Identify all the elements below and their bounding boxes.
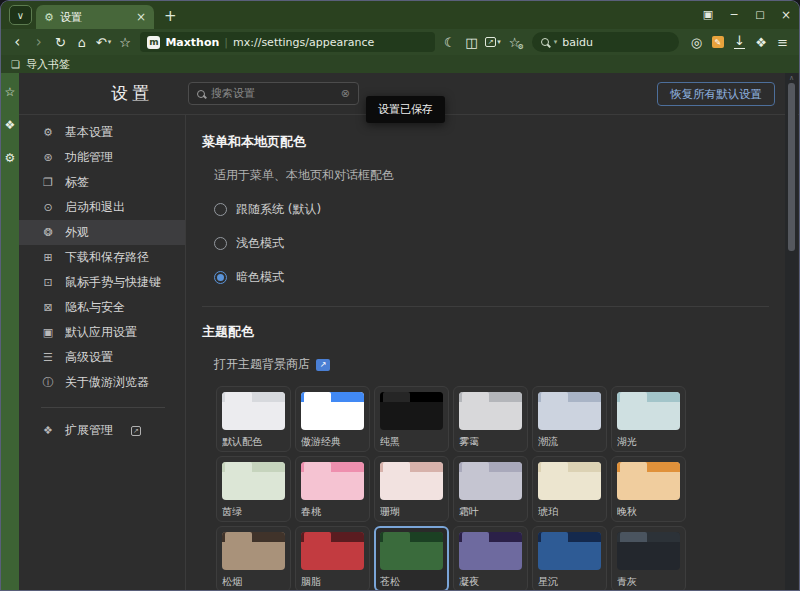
workspace-icon[interactable]: ▣ <box>695 1 721 29</box>
external-link-icon: ↗ <box>131 426 141 436</box>
bookmark-star-button[interactable]: ☆ <box>115 32 136 52</box>
radio-unselected[interactable] <box>214 203 227 216</box>
menu-icon[interactable]: ≡ <box>772 32 793 52</box>
theme-name: 凝夜 <box>459 575 522 589</box>
theme-name: 晚秋 <box>617 505 680 519</box>
theme-card-coral[interactable]: 珊瑚 <box>374 456 449 522</box>
sidebar-item-privacy[interactable]: ⊠隐私与安全 <box>19 295 185 320</box>
info-icon: ⓘ <box>41 375 55 390</box>
address-bar[interactable]: m Maxthon | mx://settings/appearance <box>140 32 434 52</box>
theme-card-trend[interactable]: 潮流 <box>532 386 607 452</box>
favorites-sidebar-icon[interactable]: ☆ <box>5 85 16 99</box>
sidebar-item-startup[interactable]: ⊙启动和退出 <box>19 195 185 220</box>
color-mode-option-1[interactable]: 浅色模式 <box>214 235 799 252</box>
sidebar-item-advanced[interactable]: ☰高级设置 <box>19 345 185 370</box>
import-bookmarks-button[interactable]: 导入书签 <box>26 57 70 72</box>
theme-card-pure-black[interactable]: 纯黑 <box>374 386 449 452</box>
search-icon <box>541 38 549 46</box>
theme-preview <box>459 532 522 570</box>
sidebar-item-tabs[interactable]: ❐标签 <box>19 170 185 195</box>
theme-preview-tab <box>225 462 252 472</box>
scroll-up-arrow[interactable]: ∧ <box>785 74 798 82</box>
theme-preview <box>301 392 364 430</box>
reader-mode-icon[interactable]: ☾ <box>440 32 461 52</box>
clear-search-icon[interactable]: ⊗ <box>341 87 350 100</box>
features-icon: ⊛ <box>41 151 55 164</box>
puzzle-icon: ❖ <box>41 424 55 437</box>
favorites-manager-icon[interactable]: ☆⚙ <box>504 32 525 52</box>
download-icon[interactable]: ↓ <box>729 32 750 52</box>
sidebar-item-features[interactable]: ⊛功能管理 <box>19 145 185 170</box>
settings-search-input[interactable] <box>211 87 335 100</box>
sidebar-item-extensions[interactable]: ❖ 扩展管理 ↗ <box>19 418 185 443</box>
theme-card-grass-green[interactable]: 茵绿 <box>216 456 291 522</box>
split-screen-icon[interactable]: ◫ <box>461 32 482 52</box>
settings-search-box[interactable]: ⊗ <box>188 82 359 105</box>
restore-defaults-button[interactable]: 恢复所有默认设置 <box>657 82 775 106</box>
brand-label: Maxthon <box>165 36 219 49</box>
theme-preview <box>459 462 522 500</box>
external-link-icon[interactable]: ↗ <box>316 359 330 371</box>
new-tab-button[interactable]: + <box>164 1 177 25</box>
radio-label: 跟随系统 (默认) <box>236 201 321 218</box>
color-mode-option-2[interactable]: 暗色模式 <box>214 269 799 286</box>
maxnote-icon[interactable]: ✎ <box>708 32 729 52</box>
tab-close-icon[interactable]: × <box>136 10 146 24</box>
sidebar-item-about[interactable]: ⓘ关于傲游浏览器 <box>19 370 185 395</box>
sidebar-item-appearance[interactable]: ❂外观 <box>19 220 185 245</box>
theme-card-frost-leaf[interactable]: 霜叶 <box>453 456 528 522</box>
maximize-button[interactable]: □ <box>747 1 773 29</box>
nav-divider <box>41 407 165 408</box>
theme-card-slate-gray[interactable]: 青灰 <box>611 526 686 590</box>
sidebar-item-label: 鼠标手势与快捷键 <box>65 274 161 291</box>
theme-card-late-autumn[interactable]: 晚秋 <box>611 456 686 522</box>
theme-card-pine-smoke[interactable]: 松烟 <box>216 526 291 590</box>
color-mode-option-0[interactable]: 跟随系统 (默认) <box>214 201 799 218</box>
extensions-icon[interactable]: ❖ <box>751 32 772 52</box>
scrollbar-thumb[interactable] <box>788 83 795 251</box>
theme-card-pine-green[interactable]: 苍松 <box>374 526 449 590</box>
screenshot-icon[interactable]: ◎ <box>686 32 707 52</box>
refresh-button[interactable]: ↻ <box>50 32 71 52</box>
settings-sidebar-icon[interactable]: ⚙ <box>5 151 16 165</box>
url-separator: | <box>224 36 228 49</box>
sidebar-item-default-apps[interactable]: ▣默认应用设置 <box>19 320 185 345</box>
active-tab[interactable]: ⚙ 设置 × <box>36 5 154 29</box>
theme-store-link[interactable]: 打开主题背景商店 <box>214 356 310 373</box>
browser-window: ∨ ⚙ 设置 × + ▣ − □ × ‹ › ↻ ⌂ ↶▾ ☆ m Maxtho… <box>0 0 800 591</box>
sidebar-item-label: 高级设置 <box>65 349 113 366</box>
theme-card-amber[interactable]: 琥珀 <box>532 456 607 522</box>
theme-preview-tab <box>620 462 647 472</box>
radio-selected[interactable] <box>214 271 227 284</box>
quick-search-box[interactable]: ▾ baidu <box>532 32 679 52</box>
back-button[interactable]: ‹ <box>7 32 28 52</box>
sidebar-item-label: 基本设置 <box>65 124 113 141</box>
import-bookmarks-icon: ❏ <box>11 59 20 70</box>
theme-card-star-deep[interactable]: 星沉 <box>532 526 607 590</box>
theme-card-lake[interactable]: 湖光 <box>611 386 686 452</box>
theme-card-mist[interactable]: 雾霭 <box>453 386 528 452</box>
close-button[interactable]: × <box>773 1 799 29</box>
undo-button[interactable]: ↶▾ <box>93 32 114 52</box>
theme-name: 霜叶 <box>459 505 522 519</box>
navigation-toolbar: ‹ › ↻ ⌂ ↶▾ ☆ m Maxthon | mx://settings/a… <box>1 29 799 55</box>
scrollbar[interactable]: ∧ <box>785 73 798 590</box>
home-button[interactable]: ⌂ <box>72 32 93 52</box>
radio-unselected[interactable] <box>214 237 227 250</box>
theme-card-night[interactable]: 凝夜 <box>453 526 528 590</box>
theme-preview <box>301 532 364 570</box>
theme-card-default[interactable]: 默认配色 <box>216 386 291 452</box>
minimize-button[interactable]: − <box>721 1 747 29</box>
share-icon[interactable]: ↗▾ <box>483 32 504 52</box>
sidebar-item-gestures[interactable]: ⊡鼠标手势与快捷键 <box>19 270 185 295</box>
sidebar-item-downloads[interactable]: ⊞下载和保存路径 <box>19 245 185 270</box>
theme-card-rouge[interactable]: 胭脂 <box>295 526 370 590</box>
theme-preview-tab <box>383 462 410 472</box>
forward-button[interactable]: › <box>29 32 50 52</box>
tab-list-dropdown-button[interactable]: ∨ <box>9 5 32 25</box>
sidebar-item-basic[interactable]: ⚙基本设置 <box>19 120 185 145</box>
quick-access-icon[interactable]: ❖ <box>5 118 16 132</box>
theme-card-classic[interactable]: 傲游经典 <box>295 386 370 452</box>
theme-card-peach[interactable]: 春桃 <box>295 456 370 522</box>
theme-preview <box>538 392 601 430</box>
